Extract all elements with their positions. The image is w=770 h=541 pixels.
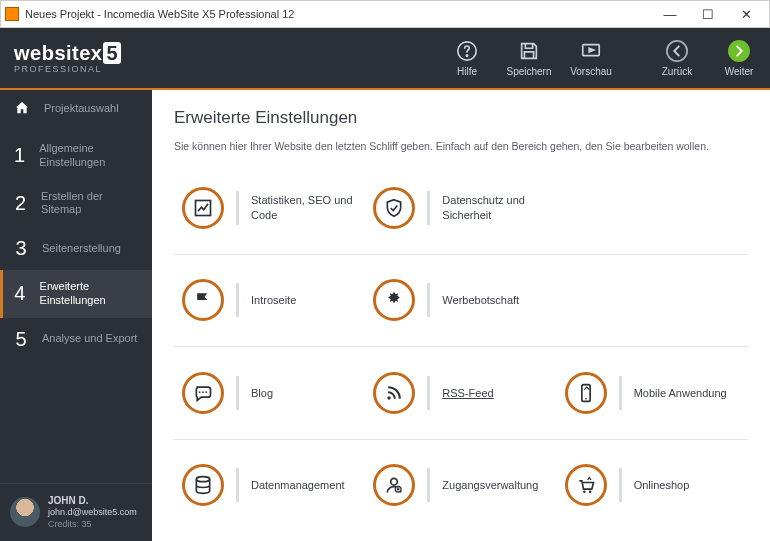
home-icon	[14, 100, 30, 116]
tile-grid: Statistiken, SEO und CodeDatenschutz und…	[174, 162, 748, 531]
sidebar-step-4[interactable]: 4Erweiterte Einstellungen	[0, 270, 152, 318]
brand-logo: websitex5 PROFESSIONAL	[0, 28, 152, 88]
tile-data[interactable]: Datenmanagement	[174, 440, 365, 532]
sidebar-step-3[interactable]: 3Seitenerstellung	[0, 227, 152, 270]
page-description: Sie können hier Ihrer Website den letzte…	[174, 140, 748, 152]
intro-icon	[182, 279, 224, 321]
tile-access[interactable]: Zugangsverwaltung	[365, 440, 556, 532]
stats-icon	[182, 187, 224, 229]
user-email: john.d@website5.com	[48, 507, 137, 519]
svg-point-1	[466, 54, 467, 55]
tile-label: Datenmanagement	[251, 478, 345, 492]
sidebar-home-label: Projektauswahl	[44, 102, 119, 114]
back-button[interactable]: Zurück	[646, 28, 708, 88]
page-title: Erweiterte Einstellungen	[174, 108, 748, 128]
preview-button[interactable]: Vorschau	[560, 28, 622, 88]
data-icon	[182, 464, 224, 506]
ad-icon	[373, 279, 415, 321]
tile-shop[interactable]: Onlineshop	[557, 440, 748, 532]
window-titlebar: Neues Projekt - Incomedia WebSite X5 Pro…	[0, 0, 770, 28]
shop-icon	[565, 464, 607, 506]
main-content: Erweiterte Einstellungen Sie können hier…	[152, 90, 770, 541]
window-close-button[interactable]: ✕	[727, 3, 765, 25]
save-button[interactable]: Speichern	[498, 28, 560, 88]
blog-icon	[182, 372, 224, 414]
app-header: websitex5 PROFESSIONAL Hilfe Speichern V…	[0, 28, 770, 90]
user-credits: Credits: 35	[48, 519, 137, 531]
window-maximize-button[interactable]: ☐	[689, 3, 727, 25]
sidebar-step-2[interactable]: 2Erstellen der Sitemap	[0, 180, 152, 228]
tile-label: Datenschutz und Sicherheit	[442, 193, 548, 222]
next-button[interactable]: Weiter	[708, 28, 770, 88]
app-icon	[5, 7, 19, 21]
tile-intro[interactable]: Introseite	[174, 255, 365, 347]
tile-label: Mobile Anwendung	[634, 386, 727, 400]
tile-label: Introseite	[251, 293, 296, 307]
tile-privacy[interactable]: Datenschutz und Sicherheit	[365, 162, 556, 254]
tile-blog[interactable]: Blog	[174, 347, 365, 439]
sidebar-home[interactable]: Projektauswahl	[0, 90, 152, 132]
privacy-icon	[373, 187, 415, 229]
tile-stats[interactable]: Statistiken, SEO und Code	[174, 162, 365, 254]
tile-label: Werbebotschaft	[442, 293, 519, 307]
svg-point-3	[667, 40, 687, 60]
tile-label: RSS-Feed	[442, 386, 493, 400]
tile-label: Statistiken, SEO und Code	[251, 193, 357, 222]
tile-ad[interactable]: Werbebotschaft	[365, 255, 556, 347]
mobile-icon	[565, 372, 607, 414]
sidebar-step-1[interactable]: 1Allgemeine Einstellungen	[0, 132, 152, 180]
sidebar-step-5[interactable]: 5Analyse und Export	[0, 318, 152, 361]
sidebar: Projektauswahl 1Allgemeine Einstellungen…	[0, 90, 152, 541]
tile-label: Zugangsverwaltung	[442, 478, 538, 492]
tile-rss[interactable]: RSS-Feed	[365, 347, 556, 439]
svg-point-4	[729, 40, 749, 60]
access-icon	[373, 464, 415, 506]
avatar	[10, 497, 40, 527]
window-title: Neues Projekt - Incomedia WebSite X5 Pro…	[25, 8, 294, 20]
help-button[interactable]: Hilfe	[436, 28, 498, 88]
user-name: JOHN D.	[48, 494, 137, 507]
tile-label: Onlineshop	[634, 478, 690, 492]
tile-label: Blog	[251, 386, 273, 400]
user-panel[interactable]: JOHN D. john.d@website5.com Credits: 35	[0, 483, 152, 541]
window-minimize-button[interactable]: —	[651, 3, 689, 25]
rss-icon	[373, 372, 415, 414]
tile-mobile[interactable]: Mobile Anwendung	[557, 347, 748, 439]
